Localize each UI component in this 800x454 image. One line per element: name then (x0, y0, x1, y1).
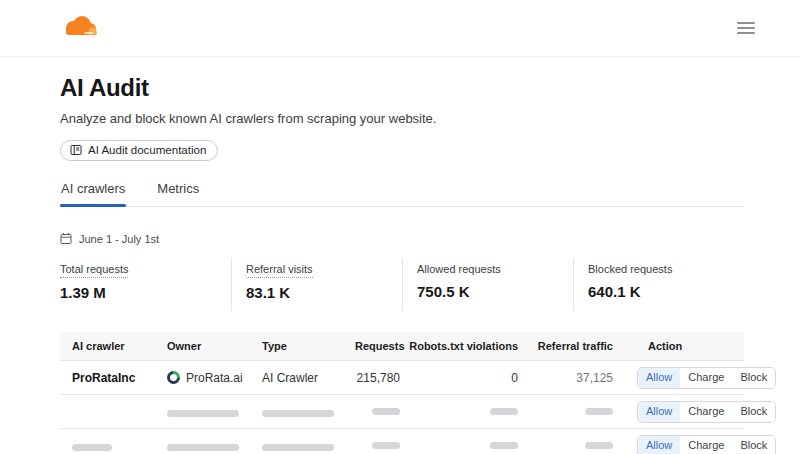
charge-button[interactable]: Charge (680, 402, 732, 422)
block-button[interactable]: Block (732, 368, 775, 388)
action-segmented-control: Allow Charge Block (637, 401, 776, 423)
referral-value: 37,125 (518, 371, 613, 385)
main-content: AI Audit Analyze and block known AI craw… (0, 74, 800, 454)
stat-label: Total requests (60, 263, 128, 278)
skeleton-bar (490, 442, 518, 449)
stat-label: Referral visits (246, 263, 313, 278)
skeleton-bar (372, 408, 400, 415)
skeleton-bar (490, 408, 518, 415)
table-row-skeleton: Allow Charge Block (60, 429, 744, 454)
action-cell: Allow Charge Block (613, 401, 776, 423)
charge-button[interactable]: Charge (680, 368, 732, 388)
tab-metrics[interactable]: Metrics (156, 176, 200, 206)
hamburger-menu-icon[interactable] (737, 22, 755, 34)
prorata-logo-icon (167, 371, 180, 384)
skeleton-bar (72, 444, 112, 451)
skeleton-bar (167, 444, 239, 451)
col-requests: Requests (355, 340, 400, 352)
stat-value: 750.5 K (417, 283, 573, 300)
skeleton-bar (585, 442, 613, 449)
table-row-proratainc: ProRataInc ProRata.ai AI Crawler 215,780… (60, 361, 744, 395)
violations-value: 0 (400, 371, 518, 385)
cloudflare-logo[interactable] (60, 14, 102, 42)
ai-audit-documentation-button[interactable]: AI Audit documentation (60, 140, 218, 161)
stat-allowed-requests: Allowed requests 750.5 K (402, 258, 573, 311)
stats-row: Total requests 1.39 M Referral visits 83… (60, 258, 744, 311)
action-segmented-control: Allow Charge Block (637, 435, 776, 454)
crawlers-table: AI crawler Owner Type Requests Robots.tx… (60, 332, 744, 454)
date-range[interactable]: June 1 - July 1st (60, 232, 744, 245)
block-button[interactable]: Block (732, 436, 775, 454)
skeleton-bar (262, 444, 334, 451)
tab-ai-crawlers[interactable]: AI crawlers (60, 176, 126, 206)
skeleton-bar (167, 410, 239, 417)
col-ai-crawler: AI crawler (72, 340, 167, 352)
skeleton-bar (585, 408, 613, 415)
charge-button[interactable]: Charge (680, 436, 732, 454)
calendar-icon (60, 232, 72, 245)
table-row-skeleton: Allow Charge Block (60, 395, 744, 429)
stat-referral-visits: Referral visits 83.1 K (231, 258, 402, 311)
stat-label: Allowed requests (417, 263, 501, 277)
date-range-label: June 1 - July 1st (79, 233, 159, 245)
stat-value: 83.1 K (246, 284, 402, 301)
top-navigation-bar (0, 0, 800, 57)
owner-name: ProRata.ai (186, 371, 243, 385)
doc-button-label: AI Audit documentation (88, 144, 206, 156)
stat-blocked-requests: Blocked requests 640.1 K (573, 258, 744, 311)
requests-value: 215,780 (355, 371, 400, 385)
stat-value: 1.39 M (60, 284, 231, 301)
skeleton-bar (262, 410, 334, 417)
col-type: Type (262, 340, 355, 352)
table-header-row: AI crawler Owner Type Requests Robots.tx… (60, 332, 744, 361)
block-button[interactable]: Block (732, 402, 775, 422)
stat-total-requests: Total requests 1.39 M (60, 258, 231, 311)
page-title: AI Audit (60, 74, 744, 102)
tab-bar: AI crawlers Metrics (60, 176, 744, 207)
page-subtitle: Analyze and block known AI crawlers from… (60, 111, 744, 126)
col-referral-traffic: Referral traffic (518, 340, 613, 352)
action-segmented-control: Allow Charge Block (637, 367, 776, 389)
allow-button[interactable]: Allow (638, 368, 680, 388)
crawler-type: AI Crawler (262, 371, 355, 385)
skeleton-bar (372, 442, 400, 449)
stat-label: Blocked requests (588, 263, 672, 277)
crawler-name: ProRataInc (72, 371, 167, 385)
owner-cell: ProRata.ai (167, 371, 262, 385)
col-action: Action (613, 340, 732, 352)
stat-value: 640.1 K (588, 283, 744, 300)
col-robots-violations: Robots.txt violations (400, 340, 518, 352)
allow-button[interactable]: Allow (638, 436, 680, 454)
allow-button[interactable]: Allow (638, 402, 680, 422)
action-cell: Allow Charge Block (613, 435, 776, 454)
documentation-book-icon (70, 144, 82, 156)
action-cell: Allow Charge Block (613, 367, 776, 389)
col-owner: Owner (167, 340, 262, 352)
